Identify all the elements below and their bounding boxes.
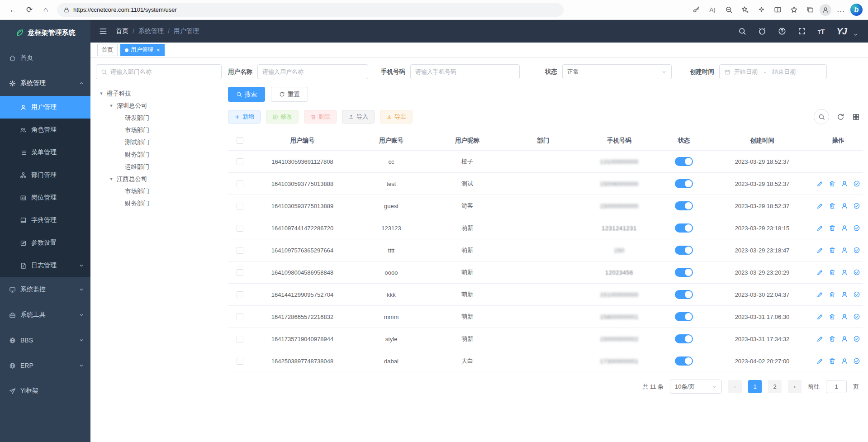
prev-page-button[interactable]: ‹: [728, 380, 742, 393]
tree-node[interactable]: 财务部门: [96, 197, 222, 209]
row-checkbox[interactable]: [237, 269, 243, 276]
fullscreen-icon[interactable]: [798, 27, 806, 35]
select-all-checkbox[interactable]: [237, 137, 243, 144]
edit-icon[interactable]: [816, 202, 824, 209]
tree-node[interactable]: 研发部门: [96, 112, 222, 124]
browser-back-icon[interactable]: ←: [5, 3, 21, 17]
edit-icon[interactable]: [816, 247, 824, 254]
row-checkbox[interactable]: [237, 225, 243, 232]
tree-node[interactable]: 运维部门: [96, 161, 222, 173]
row-checkbox[interactable]: [237, 247, 243, 254]
refresh-table-icon[interactable]: [837, 113, 844, 121]
assign-role-icon[interactable]: [853, 269, 860, 276]
bing-icon[interactable]: b: [850, 4, 863, 16]
delete-icon[interactable]: [829, 357, 836, 365]
delete-icon[interactable]: [829, 224, 836, 232]
browser-essentials-icon[interactable]: [754, 3, 768, 17]
sidebar-item-post-management[interactable]: 岗位管理: [0, 186, 90, 209]
reset-password-icon[interactable]: [841, 269, 848, 276]
tree-node[interactable]: ▾江西总公司: [96, 173, 222, 185]
page-button-1[interactable]: 1: [748, 380, 762, 393]
delete-icon[interactable]: [829, 291, 836, 298]
row-checkbox[interactable]: [237, 203, 243, 209]
github-icon[interactable]: [758, 27, 766, 35]
row-checkbox[interactable]: [237, 358, 243, 365]
assign-role-icon[interactable]: [853, 313, 860, 320]
tab-user-management[interactable]: 用户管理 ×: [120, 44, 165, 56]
assign-role-icon[interactable]: [853, 180, 860, 187]
status-toggle[interactable]: [675, 223, 693, 233]
edit-icon[interactable]: [816, 313, 824, 320]
add-button[interactable]: 新增: [228, 110, 261, 124]
zoom-icon[interactable]: [722, 3, 735, 17]
sidebar-item-user-management[interactable]: 用户管理: [0, 96, 90, 119]
add-favorite-icon[interactable]: [738, 3, 752, 17]
password-key-icon[interactable]: [689, 3, 703, 17]
reset-password-icon[interactable]: [841, 313, 848, 320]
collections-icon[interactable]: [803, 3, 817, 17]
department-search-input[interactable]: [110, 68, 217, 75]
row-checkbox[interactable]: [237, 314, 243, 320]
row-checkbox[interactable]: [237, 336, 243, 342]
tree-node[interactable]: ▾深圳总公司: [96, 100, 222, 112]
tree-node[interactable]: ▾橙子科技: [96, 87, 222, 100]
date-range-picker[interactable]: 开始日期 - 结束日期: [719, 64, 827, 79]
search-icon[interactable]: [738, 27, 746, 35]
row-checkbox[interactable]: [237, 291, 243, 298]
user-avatar-logo[interactable]: YJ: [837, 26, 847, 37]
assign-role-icon[interactable]: [853, 335, 860, 342]
reset-password-icon[interactable]: [841, 291, 848, 298]
department-search[interactable]: [96, 64, 222, 79]
page-button-2[interactable]: 2: [768, 380, 782, 393]
sidebar-item-system-monitor[interactable]: 系统监控: [0, 277, 90, 302]
search-button[interactable]: 搜索: [228, 87, 265, 102]
reset-password-icon[interactable]: [841, 247, 848, 254]
status-select[interactable]: 正常: [562, 64, 672, 79]
browser-refresh-icon[interactable]: ⟳: [22, 3, 37, 17]
font-size-icon[interactable]: TT: [818, 28, 825, 35]
sidebar-item-dept-management[interactable]: 部门管理: [0, 164, 90, 186]
tab-home[interactable]: 首页: [97, 44, 118, 56]
status-toggle[interactable]: [675, 268, 693, 277]
delete-icon[interactable]: [829, 335, 836, 342]
phone-input[interactable]: [410, 64, 520, 79]
address-bar[interactable]: https://ccnetcore.com:1101/system/user: [57, 3, 564, 17]
help-icon[interactable]: [778, 27, 786, 35]
import-button[interactable]: 导入: [342, 110, 375, 124]
sidebar-item-erp[interactable]: ERP: [0, 353, 90, 378]
sidebar-item-param-settings[interactable]: 参数设置: [0, 232, 90, 254]
delete-icon[interactable]: [829, 313, 836, 320]
tab-close-icon[interactable]: ×: [157, 47, 160, 53]
status-toggle[interactable]: [675, 157, 693, 166]
tree-expand-icon[interactable]: ▾: [99, 90, 104, 96]
assign-role-icon[interactable]: [853, 291, 860, 298]
sidebar-item-menu-management[interactable]: 菜单管理: [0, 141, 90, 164]
reset-password-icon[interactable]: [841, 357, 848, 365]
sidebar-item-system-management[interactable]: 系统管理: [0, 71, 90, 96]
reset-password-icon[interactable]: [841, 202, 848, 209]
status-toggle[interactable]: [675, 334, 693, 343]
sidebar-item-bbs[interactable]: BBS: [0, 328, 90, 353]
status-toggle[interactable]: [675, 246, 693, 255]
export-button[interactable]: 导出: [380, 110, 413, 124]
assign-role-icon[interactable]: [853, 357, 860, 365]
edit-button[interactable]: 修改: [266, 110, 299, 124]
sidebar-collapse-icon[interactable]: [99, 27, 108, 36]
status-toggle[interactable]: [675, 290, 693, 299]
reset-password-icon[interactable]: [841, 224, 848, 232]
delete-icon[interactable]: [829, 202, 836, 209]
sidebar-item-system-tools[interactable]: 系统工具: [0, 302, 90, 328]
delete-button[interactable]: 删除: [304, 110, 337, 124]
sidebar-item-dict-management[interactable]: 字典管理: [0, 209, 90, 232]
column-settings-icon[interactable]: [852, 113, 860, 121]
next-page-button[interactable]: ›: [788, 380, 802, 393]
sidebar-item-yi-framework[interactable]: Yi框架: [0, 378, 90, 404]
assign-role-icon[interactable]: [853, 224, 860, 232]
tree-node[interactable]: 财务部门: [96, 148, 222, 161]
status-toggle[interactable]: [675, 201, 693, 210]
tree-node[interactable]: 市场部门: [96, 185, 222, 197]
delete-icon[interactable]: [829, 247, 836, 254]
sidebar-item-log-management[interactable]: 日志管理: [0, 254, 90, 277]
reset-button[interactable]: 重置: [271, 87, 308, 102]
delete-icon[interactable]: [829, 180, 836, 187]
